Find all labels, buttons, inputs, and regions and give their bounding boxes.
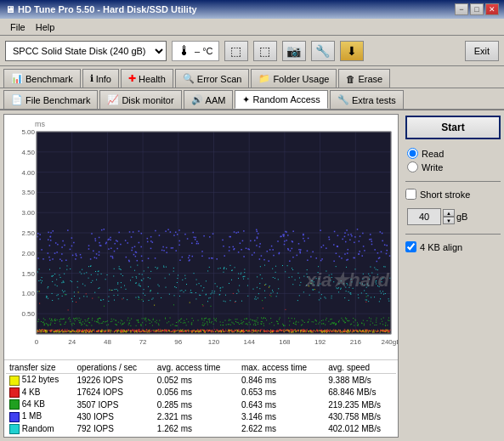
legend-row-1: 4 KB 17624 IOPS 0.056 ms 0.653 ms 68.846… <box>6 387 396 399</box>
toolbar-btn-2[interactable]: ⬚ <box>253 41 277 61</box>
write-radio[interactable] <box>407 161 418 172</box>
legend-color-box <box>9 399 20 410</box>
legend-cell-max: 0.643 ms <box>238 399 325 410</box>
legend-header-max: max. access time <box>238 362 325 374</box>
menu-file[interactable]: File <box>5 20 31 34</box>
read-radio[interactable] <box>407 148 418 159</box>
legend-table: transfer size operations / sec avg. acce… <box>4 359 398 437</box>
info-icon: ℹ <box>90 73 93 84</box>
legend-label: 4 KB <box>22 387 41 397</box>
divider-2 <box>405 234 501 235</box>
tab-aam[interactable]: 🔊 AAM <box>184 90 234 109</box>
app-title: HD Tune Pro 5.50 - Hard Disk/SSD Utility <box>18 4 197 14</box>
temperature-value: – °C <box>195 46 213 56</box>
write-radio-label[interactable]: Write <box>407 161 499 172</box>
spin-unit: gB <box>456 212 467 222</box>
main-content: xia★hard transfer size operations / sec … <box>0 110 504 441</box>
legend-label: Random <box>22 424 54 433</box>
short-stroke-checkbox[interactable] <box>405 189 416 200</box>
tabs-row-1: 📊 Benchmark ℹ Info ✚ Health 🔍 Error Scan… <box>0 66 504 88</box>
divider-1 <box>405 181 501 182</box>
legend-header-avg: avg. access time <box>154 362 238 374</box>
tab-health[interactable]: ✚ Health <box>121 69 173 88</box>
health-icon: ✚ <box>128 73 136 84</box>
menu-bar: File Help <box>0 19 504 36</box>
legend-header-speed: avg. speed <box>325 362 396 374</box>
short-stroke-text: Short stroke <box>420 189 470 200</box>
legend-cell-label: Random <box>6 423 73 435</box>
legend-cell-max: 3.146 ms <box>238 410 325 422</box>
legend-label: 64 KB <box>22 399 45 409</box>
legend-color-box <box>9 412 20 422</box>
legend-cell-speed: 219.235 MB/s <box>325 399 396 410</box>
spin-up[interactable]: ▲ <box>443 209 455 217</box>
toolbar-btn-5[interactable]: ⬇ <box>340 41 364 61</box>
align-label[interactable]: 4 KB align <box>405 241 501 252</box>
exit-button[interactable]: Exit <box>465 41 499 61</box>
disk-selector[interactable]: SPCC Solid State Disk (240 gB) <box>5 41 167 61</box>
tab-folder-usage[interactable]: 📁 Folder Usage <box>251 69 337 88</box>
right-panel: Start Read Write Short stroke ▲ ▼ gB <box>402 110 504 441</box>
window-controls: − □ ✕ <box>455 3 499 15</box>
toolbar: SPCC Solid State Disk (240 gB) 🌡 – °C ⬚ … <box>0 36 504 66</box>
short-stroke-label[interactable]: Short stroke <box>405 189 501 200</box>
legend-cell-label: 4 KB <box>6 387 73 399</box>
app-icon: 🖥 <box>5 4 14 14</box>
toolbar-btn-3[interactable]: 📷 <box>282 41 306 61</box>
benchmark-chart <box>4 115 398 359</box>
title-bar: 🖥 HD Tune Pro 5.50 - Hard Disk/SSD Utili… <box>0 0 504 19</box>
read-label: Read <box>422 149 444 159</box>
tab-random-access[interactable]: ✦ Random Access <box>235 90 327 109</box>
minimize-button[interactable]: − <box>455 3 468 15</box>
legend-cell-max: 2.622 ms <box>238 423 325 435</box>
legend-cell-speed: 402.012 MB/s <box>325 423 396 435</box>
short-stroke-input[interactable] <box>407 208 441 225</box>
close-button[interactable]: ✕ <box>485 3 499 15</box>
legend-color-box <box>9 387 20 398</box>
toolbar-btn-1[interactable]: ⬚ <box>224 41 248 61</box>
file-benchmark-icon: 📄 <box>11 94 23 105</box>
chart-area: xia★hard transfer size operations / sec … <box>3 114 399 438</box>
tab-extra-tests[interactable]: 🔧 Extra tests <box>330 90 404 109</box>
tab-info[interactable]: ℹ Info <box>82 69 119 88</box>
legend-label: 1 MB <box>22 411 42 421</box>
menu-help[interactable]: Help <box>31 20 60 34</box>
legend-cell-max: 0.846 ms <box>238 374 325 387</box>
benchmark-icon: 📊 <box>11 73 23 84</box>
legend-header-size: transfer size <box>6 362 73 374</box>
aam-icon: 🔊 <box>191 94 203 105</box>
write-label: Write <box>422 162 443 172</box>
maximize-button[interactable]: □ <box>470 3 484 15</box>
legend-row-0: 512 bytes 19226 IOPS 0.052 ms 0.846 ms 9… <box>6 374 396 387</box>
read-radio-label[interactable]: Read <box>407 148 499 159</box>
start-button[interactable]: Start <box>405 116 501 139</box>
legend-cell-ops: 17624 IOPS <box>73 387 153 399</box>
legend-cell-max: 0.653 ms <box>238 387 325 399</box>
folder-icon: 📁 <box>258 73 270 84</box>
tabs-row-2: 📄 File Benchmark 📈 Disk monitor 🔊 AAM ✦ … <box>0 88 504 110</box>
legend-cell-ops: 3507 IOPS <box>73 399 153 410</box>
spin-down[interactable]: ▼ <box>443 217 455 224</box>
toolbar-btn-4[interactable]: 🔧 <box>311 41 335 61</box>
tab-benchmark[interactable]: 📊 Benchmark <box>3 69 81 88</box>
legend-cell-avg: 0.285 ms <box>154 399 238 410</box>
tab-disk-monitor[interactable]: 📈 Disk monitor <box>99 90 181 109</box>
error-scan-icon: 🔍 <box>183 73 195 84</box>
legend-cell-ops: 19226 IOPS <box>73 374 153 387</box>
tab-file-benchmark[interactable]: 📄 File Benchmark <box>3 90 98 109</box>
tab-error-scan[interactable]: 🔍 Error Scan <box>175 69 250 88</box>
legend-cell-avg: 1.262 ms <box>154 423 238 435</box>
read-write-radio-group: Read Write <box>405 146 501 174</box>
legend-header-ops: operations / sec <box>73 362 153 374</box>
extra-tests-icon: 🔧 <box>337 94 349 105</box>
align-checkbox[interactable] <box>405 241 416 252</box>
legend-row-3: 1 MB 430 IOPS 2.321 ms 3.146 ms 430.758 … <box>6 410 396 422</box>
legend-cell-label: 1 MB <box>6 410 73 422</box>
legend-cell-speed: 430.758 MB/s <box>325 410 396 422</box>
legend-cell-avg: 0.056 ms <box>154 387 238 399</box>
tab-erase[interactable]: 🗑 Erase <box>338 69 390 88</box>
temperature-display: 🌡 – °C <box>172 41 219 61</box>
legend-cell-avg: 2.321 ms <box>154 410 238 422</box>
random-access-icon: ✦ <box>242 94 250 105</box>
legend-cell-ops: 792 IOPS <box>73 423 153 435</box>
